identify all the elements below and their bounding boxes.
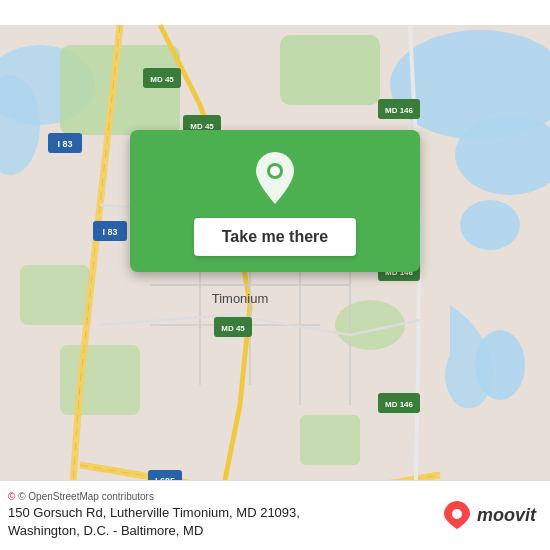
bottom-bar: © © OpenStreetMap contributors 150 Gorsu…	[0, 480, 550, 550]
osm-credit-text: © OpenStreetMap contributors	[18, 491, 154, 502]
moovit-logo: moovit	[441, 499, 536, 531]
address-text: 150 Gorsuch Rd, Lutherville Timonium, MD…	[8, 504, 300, 540]
svg-rect-11	[60, 345, 140, 415]
svg-text:MD 146: MD 146	[385, 400, 414, 409]
svg-text:Timonium: Timonium	[212, 291, 269, 306]
svg-text:I 83: I 83	[102, 227, 117, 237]
svg-point-3	[460, 200, 520, 250]
address-line1: 150 Gorsuch Rd, Lutherville Timonium, MD…	[8, 505, 300, 520]
osm-credit: © © OpenStreetMap contributors	[8, 491, 300, 502]
location-pin-icon	[251, 150, 299, 206]
bottom-left-info: © © OpenStreetMap contributors 150 Gorsu…	[8, 491, 300, 540]
svg-rect-12	[300, 415, 360, 465]
svg-text:I 83: I 83	[57, 139, 72, 149]
svg-point-46	[452, 509, 462, 519]
location-card: Take me there	[130, 130, 420, 272]
take-me-there-button[interactable]: Take me there	[194, 218, 356, 256]
svg-rect-7	[60, 45, 180, 135]
moovit-wordmark: moovit	[477, 505, 536, 526]
svg-rect-8	[280, 35, 380, 105]
svg-text:MD 45: MD 45	[150, 75, 174, 84]
svg-point-45	[270, 166, 280, 176]
svg-rect-10	[20, 265, 90, 325]
svg-text:MD 146: MD 146	[385, 106, 414, 115]
moovit-pin-icon	[441, 499, 473, 531]
address-line2: Washington, D.C. - Baltimore, MD	[8, 523, 203, 538]
map-container: I 83 MD 45 MD 45 MD 45 I 83 MD 146 MD 14…	[0, 0, 550, 550]
svg-text:MD 45: MD 45	[221, 324, 245, 333]
